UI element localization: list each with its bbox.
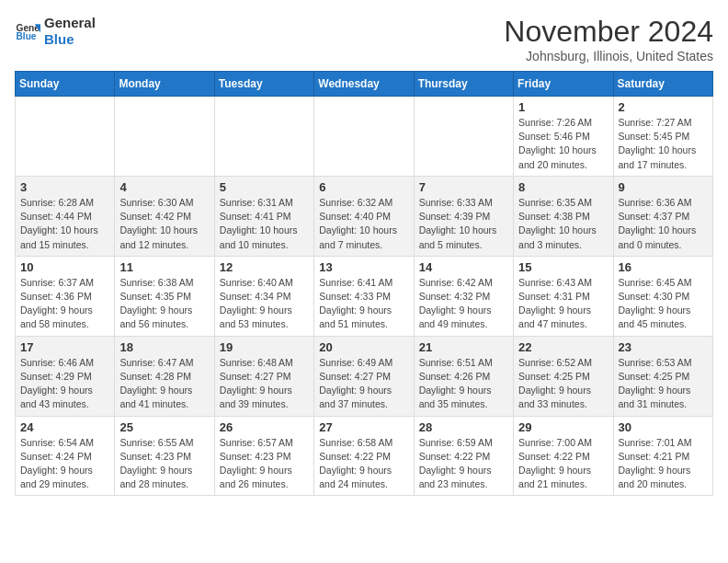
day-detail: Sunrise: 6:46 AM Sunset: 4:29 PM Dayligh… <box>20 356 109 412</box>
calendar-cell: 18Sunrise: 6:47 AM Sunset: 4:28 PM Dayli… <box>115 336 214 416</box>
day-number: 17 <box>20 340 109 354</box>
calendar-week-row: 3Sunrise: 6:28 AM Sunset: 4:44 PM Daylig… <box>16 176 713 256</box>
day-number: 1 <box>518 100 608 114</box>
calendar-cell: 1Sunrise: 7:26 AM Sunset: 5:46 PM Daylig… <box>514 97 613 177</box>
day-detail: Sunrise: 6:33 AM Sunset: 4:39 PM Dayligh… <box>419 196 508 252</box>
day-number: 11 <box>119 260 209 274</box>
calendar-cell: 26Sunrise: 6:57 AM Sunset: 4:23 PM Dayli… <box>214 416 313 496</box>
calendar-cell: 17Sunrise: 6:46 AM Sunset: 4:29 PM Dayli… <box>16 336 115 416</box>
calendar-week-row: 10Sunrise: 6:37 AM Sunset: 4:36 PM Dayli… <box>16 256 713 336</box>
day-detail: Sunrise: 7:27 AM Sunset: 5:45 PM Dayligh… <box>619 116 708 172</box>
day-number: 27 <box>319 420 408 434</box>
calendar-week-row: 1Sunrise: 7:26 AM Sunset: 5:46 PM Daylig… <box>16 97 713 177</box>
header-row: SundayMondayTuesdayWednesdayThursdayFrid… <box>16 72 713 97</box>
calendar-cell: 13Sunrise: 6:41 AM Sunset: 4:33 PM Dayli… <box>314 256 414 336</box>
weekday-header: Thursday <box>414 72 513 97</box>
logo-icon: General Blue <box>15 18 40 44</box>
calendar-cell <box>16 97 115 177</box>
day-number: 8 <box>518 180 608 194</box>
calendar-cell: 14Sunrise: 6:42 AM Sunset: 4:32 PM Dayli… <box>414 256 513 336</box>
month-title: November 2024 <box>504 15 713 49</box>
day-detail: Sunrise: 6:43 AM Sunset: 4:31 PM Dayligh… <box>518 276 608 332</box>
day-number: 30 <box>619 420 708 434</box>
day-number: 15 <box>518 260 608 274</box>
calendar-cell <box>115 97 214 177</box>
day-number: 18 <box>119 340 209 354</box>
day-detail: Sunrise: 6:55 AM Sunset: 4:23 PM Dayligh… <box>119 436 209 492</box>
weekday-header: Sunday <box>16 72 115 97</box>
day-detail: Sunrise: 6:52 AM Sunset: 4:25 PM Dayligh… <box>518 356 608 412</box>
day-number: 14 <box>419 260 508 274</box>
day-detail: Sunrise: 6:30 AM Sunset: 4:42 PM Dayligh… <box>119 196 209 252</box>
day-detail: Sunrise: 6:35 AM Sunset: 4:38 PM Dayligh… <box>518 196 608 252</box>
day-detail: Sunrise: 6:51 AM Sunset: 4:26 PM Dayligh… <box>419 356 508 412</box>
calendar-cell <box>214 97 313 177</box>
day-detail: Sunrise: 6:38 AM Sunset: 4:35 PM Dayligh… <box>119 276 209 332</box>
svg-text:Blue: Blue <box>17 31 37 41</box>
day-number: 23 <box>619 340 708 354</box>
day-number: 9 <box>619 180 708 194</box>
calendar-cell: 10Sunrise: 6:37 AM Sunset: 4:36 PM Dayli… <box>16 256 115 336</box>
day-number: 25 <box>119 420 209 434</box>
weekday-header: Saturday <box>613 72 712 97</box>
calendar-cell: 29Sunrise: 7:00 AM Sunset: 4:22 PM Dayli… <box>514 416 613 496</box>
calendar-cell: 8Sunrise: 6:35 AM Sunset: 4:38 PM Daylig… <box>514 176 613 256</box>
weekday-header: Monday <box>115 72 214 97</box>
day-number: 24 <box>20 420 109 434</box>
day-number: 3 <box>20 180 109 194</box>
calendar-cell: 4Sunrise: 6:30 AM Sunset: 4:42 PM Daylig… <box>115 176 214 256</box>
calendar-cell: 19Sunrise: 6:48 AM Sunset: 4:27 PM Dayli… <box>214 336 313 416</box>
day-number: 12 <box>220 260 309 274</box>
day-detail: Sunrise: 6:37 AM Sunset: 4:36 PM Dayligh… <box>20 276 109 332</box>
day-number: 21 <box>419 340 508 354</box>
logo: General Blue General Blue <box>15 15 96 48</box>
title-block: November 2024 Johnsburg, Illinois, Unite… <box>504 15 713 63</box>
day-detail: Sunrise: 6:59 AM Sunset: 4:22 PM Dayligh… <box>419 436 508 492</box>
calendar-week-row: 24Sunrise: 6:54 AM Sunset: 4:24 PM Dayli… <box>16 416 713 496</box>
day-detail: Sunrise: 6:57 AM Sunset: 4:23 PM Dayligh… <box>220 436 309 492</box>
day-detail: Sunrise: 6:47 AM Sunset: 4:28 PM Dayligh… <box>119 356 209 412</box>
day-number: 19 <box>220 340 309 354</box>
calendar-header: SundayMondayTuesdayWednesdayThursdayFrid… <box>16 72 713 97</box>
weekday-header: Wednesday <box>314 72 414 97</box>
day-number: 16 <box>619 260 708 274</box>
logo-text: General Blue <box>44 15 96 48</box>
calendar-cell: 28Sunrise: 6:59 AM Sunset: 4:22 PM Dayli… <box>414 416 513 496</box>
calendar-cell: 21Sunrise: 6:51 AM Sunset: 4:26 PM Dayli… <box>414 336 513 416</box>
calendar-week-row: 17Sunrise: 6:46 AM Sunset: 4:29 PM Dayli… <box>16 336 713 416</box>
day-detail: Sunrise: 6:41 AM Sunset: 4:33 PM Dayligh… <box>319 276 408 332</box>
calendar-cell: 9Sunrise: 6:36 AM Sunset: 4:37 PM Daylig… <box>613 176 712 256</box>
day-number: 4 <box>119 180 209 194</box>
day-number: 20 <box>319 340 408 354</box>
calendar-cell: 25Sunrise: 6:55 AM Sunset: 4:23 PM Dayli… <box>115 416 214 496</box>
day-detail: Sunrise: 6:28 AM Sunset: 4:44 PM Dayligh… <box>20 196 109 252</box>
day-detail: Sunrise: 6:32 AM Sunset: 4:40 PM Dayligh… <box>319 196 408 252</box>
weekday-header: Friday <box>514 72 613 97</box>
calendar-cell: 20Sunrise: 6:49 AM Sunset: 4:27 PM Dayli… <box>314 336 414 416</box>
calendar-cell: 11Sunrise: 6:38 AM Sunset: 4:35 PM Dayli… <box>115 256 214 336</box>
calendar-table: SundayMondayTuesdayWednesdayThursdayFrid… <box>15 71 713 496</box>
day-detail: Sunrise: 6:58 AM Sunset: 4:22 PM Dayligh… <box>319 436 408 492</box>
day-number: 7 <box>419 180 508 194</box>
calendar-cell: 23Sunrise: 6:53 AM Sunset: 4:25 PM Dayli… <box>613 336 712 416</box>
calendar-cell <box>414 97 513 177</box>
calendar-cell: 2Sunrise: 7:27 AM Sunset: 5:45 PM Daylig… <box>613 97 712 177</box>
day-number: 29 <box>518 420 608 434</box>
day-number: 26 <box>220 420 309 434</box>
day-number: 5 <box>220 180 309 194</box>
day-detail: Sunrise: 6:42 AM Sunset: 4:32 PM Dayligh… <box>419 276 508 332</box>
calendar-body: 1Sunrise: 7:26 AM Sunset: 5:46 PM Daylig… <box>16 97 713 496</box>
day-number: 10 <box>20 260 109 274</box>
calendar-cell: 6Sunrise: 6:32 AM Sunset: 4:40 PM Daylig… <box>314 176 414 256</box>
location: Johnsburg, Illinois, United States <box>504 49 713 63</box>
calendar-cell: 22Sunrise: 6:52 AM Sunset: 4:25 PM Dayli… <box>514 336 613 416</box>
calendar-cell: 3Sunrise: 6:28 AM Sunset: 4:44 PM Daylig… <box>16 176 115 256</box>
weekday-header: Tuesday <box>214 72 313 97</box>
day-detail: Sunrise: 6:48 AM Sunset: 4:27 PM Dayligh… <box>220 356 309 412</box>
day-detail: Sunrise: 7:26 AM Sunset: 5:46 PM Dayligh… <box>518 116 608 172</box>
day-detail: Sunrise: 6:53 AM Sunset: 4:25 PM Dayligh… <box>619 356 708 412</box>
day-detail: Sunrise: 6:54 AM Sunset: 4:24 PM Dayligh… <box>20 436 109 492</box>
day-detail: Sunrise: 6:36 AM Sunset: 4:37 PM Dayligh… <box>619 196 708 252</box>
calendar-cell: 30Sunrise: 7:01 AM Sunset: 4:21 PM Dayli… <box>613 416 712 496</box>
day-number: 13 <box>319 260 408 274</box>
